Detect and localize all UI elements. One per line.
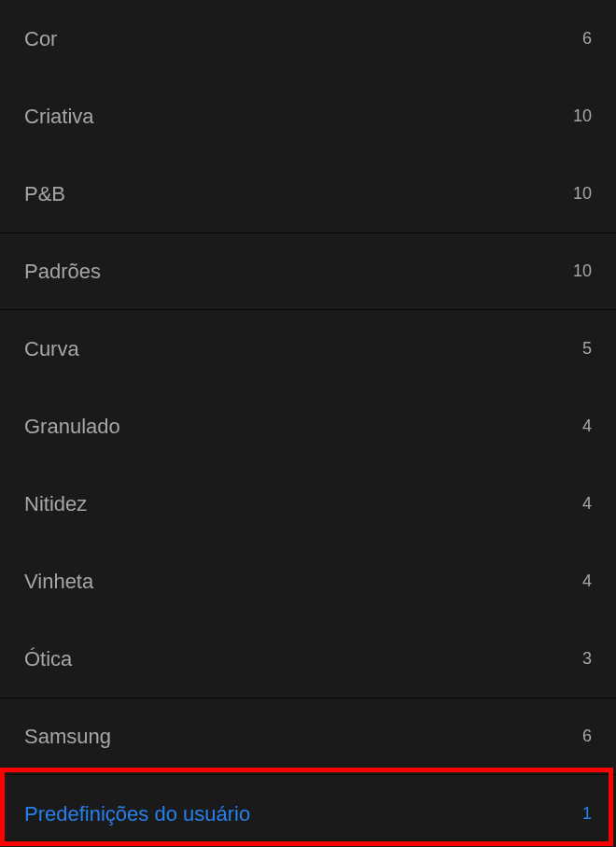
preset-item-label: Vinheta	[24, 570, 93, 594]
preset-item-count: 5	[582, 339, 592, 359]
preset-item-label: Criativa	[24, 105, 94, 129]
preset-item-8[interactable]: Ótica3	[0, 620, 616, 698]
preset-item-count: 10	[573, 261, 592, 281]
preset-item-count: 3	[582, 649, 592, 669]
preset-item-count: 1	[582, 804, 592, 824]
preset-item-label: Nitidez	[24, 492, 87, 516]
preset-item-count: 4	[582, 494, 592, 514]
preset-item-4[interactable]: Curva5	[0, 310, 616, 388]
preset-item-label: Granulado	[24, 415, 120, 439]
preset-list-container: Cor6Criativa10P&B10Padrões10Curva5Granul…	[0, 0, 616, 847]
preset-item-count: 10	[573, 106, 592, 126]
preset-item-label: Predefinições do usuário	[24, 802, 250, 826]
preset-item-3[interactable]: Padrões10	[0, 233, 616, 310]
preset-item-9[interactable]: Samsung6	[0, 698, 616, 775]
preset-item-count: 4	[582, 416, 592, 436]
preset-item-2[interactable]: P&B10	[0, 155, 616, 233]
preset-item-count: 6	[582, 29, 592, 49]
preset-item-count: 10	[573, 184, 592, 204]
preset-item-10[interactable]: Predefinições do usuário1	[0, 775, 616, 847]
preset-item-5[interactable]: Granulado4	[0, 388, 616, 465]
preset-item-1[interactable]: Criativa10	[0, 78, 616, 155]
preset-item-6[interactable]: Nitidez4	[0, 465, 616, 543]
preset-item-label: Samsung	[24, 725, 111, 749]
preset-item-count: 4	[582, 572, 592, 591]
preset-item-count: 6	[582, 727, 592, 746]
preset-item-label: Padrões	[24, 260, 101, 284]
preset-item-label: Curva	[24, 337, 79, 361]
preset-item-label: Ótica	[24, 647, 72, 671]
preset-item-7[interactable]: Vinheta4	[0, 543, 616, 620]
preset-item-0[interactable]: Cor6	[0, 0, 616, 78]
preset-item-label: P&B	[24, 182, 65, 206]
preset-item-label: Cor	[24, 27, 57, 51]
